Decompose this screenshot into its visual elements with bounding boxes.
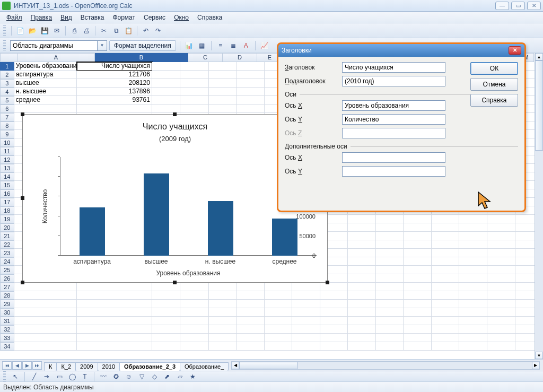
cell[interactable] [180, 104, 208, 113]
save-icon[interactable]: 💾 [39, 25, 50, 36]
row-header[interactable]: 12 [0, 155, 14, 164]
chart-element-input[interactable] [10, 40, 98, 51]
cell[interactable] [487, 223, 515, 232]
ellipse-icon[interactable]: ◯ [67, 371, 77, 382]
block-arrows-icon[interactable]: ⬈ [162, 371, 172, 382]
row-header[interactable]: 32 [0, 325, 14, 334]
grid-vert-icon[interactable]: ≣ [228, 40, 239, 51]
cell[interactable] [237, 71, 265, 79]
row-header[interactable]: 30 [0, 308, 14, 317]
cell[interactable] [320, 334, 348, 342]
cell[interactable] [265, 334, 293, 342]
cell[interactable] [487, 334, 515, 342]
row-header[interactable]: 22 [0, 240, 14, 249]
cell[interactable] [209, 71, 237, 79]
cell[interactable] [432, 317, 460, 325]
cell[interactable] [376, 215, 404, 223]
cell[interactable] [487, 266, 515, 274]
smiley-icon[interactable]: ☺ [124, 371, 134, 382]
row-header[interactable]: 8 [0, 121, 14, 130]
cell[interactable] [348, 240, 376, 249]
toolbar-grip[interactable] [3, 371, 6, 382]
cell[interactable] [459, 308, 487, 317]
cell[interactable]: 137896 [77, 88, 152, 96]
cell[interactable] [237, 308, 265, 317]
cell[interactable] [152, 104, 180, 113]
undo-icon[interactable]: ↶ [141, 25, 151, 36]
cell[interactable] [348, 257, 376, 266]
restore-button[interactable]: ▭ [511, 2, 525, 10]
row-header[interactable]: 20 [0, 223, 14, 232]
cell[interactable] [459, 215, 487, 223]
tab-nav-first[interactable]: ⏮ [2, 361, 12, 370]
menu-view[interactable]: Вид [57, 13, 75, 22]
tab-nav-prev[interactable]: ◀ [12, 361, 22, 370]
row-header[interactable]: 23 [0, 249, 14, 257]
scroll-thumb[interactable] [535, 60, 543, 151]
sheet-tab[interactable]: Образование_2_3 [119, 362, 180, 371]
cell[interactable] [77, 104, 152, 113]
cell[interactable] [376, 325, 404, 334]
cell[interactable] [209, 62, 237, 71]
row-header[interactable]: 6 [0, 104, 14, 113]
export-pdf-icon[interactable]: ⎙ [69, 25, 80, 36]
cell[interactable] [14, 342, 77, 351]
new-icon[interactable]: 📄 [15, 25, 25, 36]
cell[interactable] [348, 342, 376, 351]
cell[interactable] [404, 308, 432, 317]
cell[interactable] [459, 325, 487, 334]
cell[interactable] [404, 215, 432, 223]
cell[interactable] [376, 223, 404, 232]
chart-data-icon[interactable]: ▦ [197, 40, 207, 51]
input-axis-y[interactable] [342, 114, 445, 125]
cell[interactable] [209, 88, 237, 96]
cell[interactable] [292, 300, 320, 308]
cell[interactable] [152, 334, 180, 342]
cell[interactable] [404, 257, 432, 266]
cell[interactable] [404, 274, 432, 283]
cell[interactable] [459, 342, 487, 351]
row-header[interactable]: 17 [0, 198, 14, 206]
cell[interactable] [14, 104, 77, 113]
cell[interactable] [292, 291, 320, 300]
cell[interactable] [152, 88, 180, 96]
help-button[interactable]: Справка [470, 94, 518, 107]
cell[interactable] [237, 325, 265, 334]
row-header[interactable]: 28 [0, 291, 14, 300]
cancel-button[interactable]: Отмена [470, 78, 518, 91]
cell[interactable] [292, 342, 320, 351]
cell[interactable] [180, 308, 208, 317]
menu-format[interactable]: Формат [109, 13, 138, 22]
toolbar-grip[interactable] [3, 40, 6, 51]
cell[interactable] [180, 88, 208, 96]
row-header[interactable]: 13 [0, 164, 14, 172]
cell[interactable] [77, 325, 152, 334]
cell[interactable] [237, 317, 265, 325]
cell[interactable] [487, 317, 515, 325]
cell[interactable]: 121706 [77, 71, 152, 79]
cell[interactable] [237, 342, 265, 351]
chart-icon[interactable]: 📈 [259, 40, 270, 51]
close-button[interactable]: ✕ [527, 2, 541, 10]
rect-icon[interactable]: ▭ [54, 371, 65, 382]
row-header[interactable]: 25 [0, 266, 14, 274]
chart-element-selector[interactable]: ▼ [10, 40, 107, 51]
cell[interactable] [348, 308, 376, 317]
row-header[interactable]: 24 [0, 257, 14, 266]
menu-window[interactable]: Окно [171, 13, 192, 22]
cell[interactable] [459, 291, 487, 300]
cell[interactable] [320, 325, 348, 334]
cell[interactable] [487, 215, 515, 223]
cell[interactable] [237, 88, 265, 96]
cell[interactable] [237, 104, 265, 113]
symbol-shapes-icon[interactable]: ◇ [149, 371, 160, 382]
cell[interactable] [320, 308, 348, 317]
redo-icon[interactable]: ↷ [153, 25, 163, 36]
cell[interactable] [14, 308, 77, 317]
cell[interactable] [487, 232, 515, 240]
scroll-right-icon[interactable]: ▶ [532, 362, 539, 369]
bar[interactable] [144, 173, 169, 256]
cell[interactable] [180, 79, 208, 88]
cell[interactable] [180, 317, 208, 325]
cell[interactable] [348, 291, 376, 300]
